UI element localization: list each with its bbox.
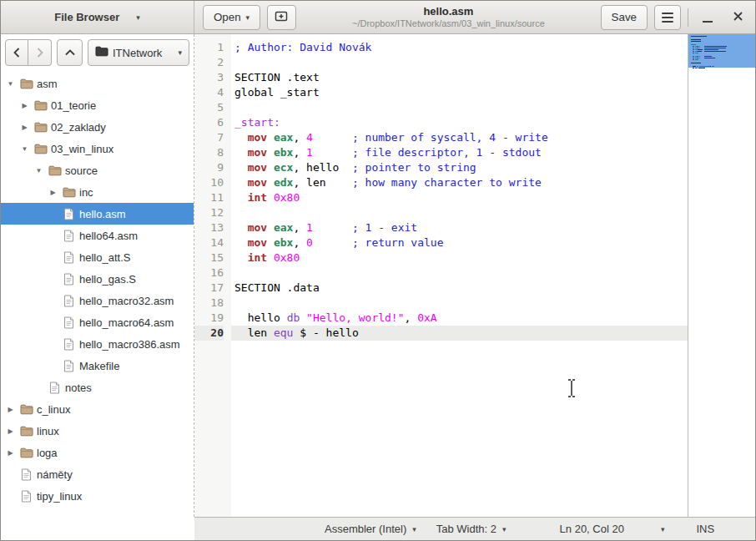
file-icon	[62, 295, 76, 307]
header-separator	[688, 8, 688, 27]
tree-item-loga[interactable]: ▶loga	[1, 442, 194, 463]
save-button[interactable]: Save	[601, 5, 648, 30]
line-number: 16	[194, 265, 224, 281]
minimap-viewport[interactable]	[688, 34, 755, 68]
header-bar: File Browser ▾ Open ▾ hello.asm ~/Dropbo…	[1, 1, 755, 34]
open-button[interactable]: Open ▾	[203, 5, 260, 30]
tree-item-tipy_linux[interactable]: tipy_linux	[1, 485, 194, 507]
expanded-expander-icon[interactable]: ▼	[19, 145, 30, 153]
tree-item-c_linux[interactable]: ▶c_linux	[1, 398, 194, 420]
minimize-button[interactable]	[695, 5, 720, 30]
tab-width-label: Tab Width: 2	[436, 523, 496, 535]
tree-item-inc[interactable]: ▶inc	[1, 181, 194, 203]
insert-mode-label: INS	[696, 523, 714, 535]
file-icon	[62, 360, 76, 372]
tab-width-dropdown[interactable]: Tab Width: 2 ▾	[436, 523, 507, 535]
language-dropdown[interactable]: Assembler (Intel) ▾	[325, 523, 416, 535]
expanded-expander-icon[interactable]: ▼	[33, 167, 44, 174]
code-line-2[interactable]	[231, 55, 688, 70]
tree-item-hello_gas.S[interactable]: hello_gas.S	[1, 268, 194, 290]
tree-item-linux[interactable]: ▶linux	[1, 420, 194, 442]
forward-button[interactable]	[28, 39, 52, 66]
minimize-icon	[703, 21, 713, 23]
tree-item-03_win_linux[interactable]: ▼03_win_linux	[1, 138, 194, 159]
code-line-14[interactable]: mov ebx, 0 ; return value	[231, 235, 688, 250]
tree-item-source[interactable]: ▼source	[1, 159, 194, 181]
code-line-11[interactable]: int 0x80	[231, 190, 688, 205]
tree-item-label: tipy_linux	[37, 490, 82, 503]
tree-item-náměty[interactable]: náměty	[1, 463, 194, 485]
tree-item-hello64.asm[interactable]: hello64.asm	[1, 225, 194, 246]
position-dropdown-arrow[interactable]: ▾	[661, 525, 665, 533]
code-line-1[interactable]: ; Author: David Novák	[231, 40, 688, 55]
minimap[interactable]	[688, 34, 755, 517]
menu-button[interactable]	[654, 5, 681, 30]
text-editor: 1234567891011121314151617181920 ; Author…	[194, 34, 755, 517]
up-button[interactable]	[57, 39, 83, 66]
tree-item-hello_macro386.asm[interactable]: hello_macro386.asm	[1, 333, 194, 355]
code-line-8[interactable]: mov ebx, 1 ; file descriptor, 1 - stdout	[231, 145, 688, 160]
close-button[interactable]	[725, 5, 750, 30]
line-number-gutter: 1234567891011121314151617181920	[194, 34, 231, 517]
tree-item-01_teorie[interactable]: ▶01_teorie	[1, 94, 194, 116]
folder-icon	[19, 404, 33, 415]
tree-item-hello_macro64.asm[interactable]: hello_macro64.asm	[1, 311, 194, 333]
code-area[interactable]: ; Author: David NovákSECTION .textglobal…	[231, 34, 688, 517]
tree-item-notes[interactable]: notes	[1, 377, 194, 398]
code-line-13[interactable]: mov eax, 1 ; 1 - exit	[231, 220, 688, 235]
folder-icon	[19, 78, 33, 89]
chevron-down-icon: ▾	[178, 48, 182, 57]
tree-item-label: linux	[37, 425, 59, 437]
line-number: 13	[194, 220, 224, 235]
folder-icon	[33, 100, 48, 111]
tree-item-02_zaklady[interactable]: ▶02_zaklady	[1, 116, 194, 138]
line-number: 8	[194, 145, 224, 160]
code-line-19[interactable]: hello db "Hello, world!", 0xA	[231, 311, 688, 326]
minimap-line-mark	[699, 58, 700, 58]
code-line-18[interactable]	[231, 296, 688, 311]
collapsed-expander-icon[interactable]: ▶	[48, 189, 58, 196]
code-line-7[interactable]: mov eax, 4 ; number of syscall, 4 - writ…	[231, 130, 688, 145]
gedit-window: File Browser ▾ Open ▾ hello.asm ~/Dropbo…	[0, 0, 756, 541]
expanded-expander-icon[interactable]: ▼	[5, 80, 16, 88]
folder-icon	[19, 426, 33, 437]
sidebar-header[interactable]: File Browser ▾	[1, 1, 194, 33]
document-title: hello.asm	[423, 5, 473, 18]
tree-item-hello_macro32.asm[interactable]: hello_macro32.asm	[1, 290, 194, 311]
tree-item-label: hello_macro386.asm	[79, 338, 180, 351]
tree-item-asm[interactable]: ▼asm	[1, 73, 194, 94]
tree-item-label: hello_macro64.asm	[79, 316, 174, 329]
chevron-down-icon: ▾	[246, 13, 250, 22]
collapsed-expander-icon[interactable]: ▶	[5, 449, 16, 457]
code-line-10[interactable]: mov edx, len ; how many character to wri…	[231, 175, 688, 190]
folder-icon	[19, 447, 33, 458]
collapsed-expander-icon[interactable]: ▶	[19, 124, 30, 131]
code-line-9[interactable]: mov ecx, hello ; pointer to string	[231, 160, 688, 175]
location-dropdown[interactable]: ITNetwork ▾	[88, 39, 189, 66]
minimap-line-mark	[691, 41, 701, 42]
code-line-16[interactable]	[231, 265, 688, 281]
code-line-12[interactable]	[231, 205, 688, 220]
new-document-button[interactable]	[267, 5, 296, 30]
code-line-3[interactable]: SECTION .text	[231, 70, 688, 85]
collapsed-expander-icon[interactable]: ▶	[19, 102, 30, 109]
code-line-4[interactable]: global _start	[231, 85, 688, 100]
tree-item-hello_att.S[interactable]: hello_att.S	[1, 246, 194, 268]
code-line-6[interactable]: _start:	[231, 115, 688, 130]
close-icon	[733, 11, 743, 24]
minimap-line-mark	[704, 51, 726, 52]
tree-item-hello.asm[interactable]: hello.asm	[1, 203, 194, 225]
tree-item-Makefile[interactable]: Makefile	[1, 355, 194, 377]
collapsed-expander-icon[interactable]: ▶	[5, 427, 16, 435]
code-line-20[interactable]: len equ $ - hello	[231, 326, 688, 341]
back-button[interactable]	[5, 39, 28, 66]
chevron-down-icon: ▾	[412, 525, 416, 533]
tree-item-label: hello.asm	[79, 208, 126, 220]
code-line-5[interactable]	[231, 100, 688, 115]
code-line-17[interactable]: SECTION .data	[231, 281, 688, 296]
code-line-15[interactable]: int 0x80	[231, 250, 688, 265]
collapsed-expander-icon[interactable]: ▶	[5, 406, 16, 413]
line-number: 9	[194, 160, 224, 175]
minimap-line-mark	[698, 68, 705, 68]
tree-item-label: asm	[37, 78, 58, 90]
